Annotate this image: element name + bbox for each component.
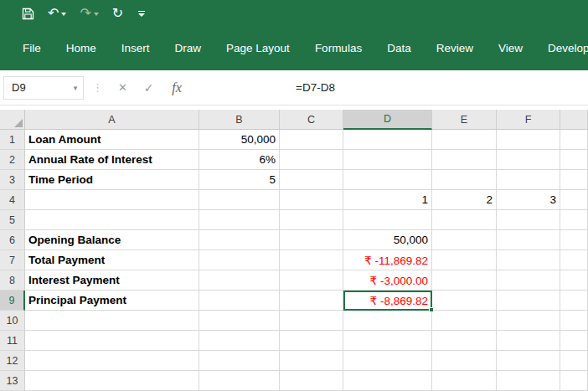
cell-C11[interactable]: [280, 331, 343, 351]
cell-F2[interactable]: [497, 150, 560, 170]
row-header-11[interactable]: 11: [0, 331, 25, 351]
cell-D8[interactable]: ₹ -3,000.00: [343, 270, 432, 291]
row-header-3[interactable]: 3: [0, 170, 25, 190]
cell-B8[interactable]: [199, 270, 280, 291]
cell-B6[interactable]: [199, 230, 280, 250]
cell-E11[interactable]: [432, 331, 497, 351]
row-header-1[interactable]: 1: [0, 130, 25, 150]
cell-F3[interactable]: [497, 170, 560, 190]
cell-D2[interactable]: [343, 150, 432, 170]
save-button[interactable]: [22, 8, 34, 20]
cell-E10[interactable]: [432, 311, 497, 331]
cell-B4[interactable]: [199, 190, 280, 210]
cell-C3[interactable]: [280, 170, 343, 190]
cell-F11[interactable]: [497, 331, 560, 351]
cell-B13[interactable]: [199, 371, 280, 391]
cell[interactable]: [560, 230, 588, 250]
cell[interactable]: [560, 311, 588, 331]
cell-D7[interactable]: ₹ -11,869.82: [343, 250, 432, 270]
cell-E12[interactable]: [432, 351, 497, 371]
column-header-partial[interactable]: [560, 110, 588, 130]
column-header-b[interactable]: B: [199, 110, 280, 130]
cell-E3[interactable]: [432, 170, 497, 190]
name-box-dropdown-icon[interactable]: ▾: [68, 84, 83, 92]
cell-A2[interactable]: Annual Rate of Interest: [25, 150, 199, 170]
column-header-a[interactable]: A: [25, 110, 199, 130]
cell-E5[interactable]: [432, 210, 497, 230]
fill-handle[interactable]: [429, 307, 434, 312]
tab-view[interactable]: View: [486, 27, 535, 70]
cell-A9[interactable]: Principal Payment: [25, 291, 199, 311]
cell-E13[interactable]: [432, 371, 497, 391]
cell[interactable]: [560, 270, 588, 291]
row-header-10[interactable]: 10: [0, 311, 25, 331]
row-header-4[interactable]: 4: [0, 190, 25, 210]
cell-B7[interactable]: [199, 250, 280, 270]
cell-C7[interactable]: [280, 250, 343, 270]
cell-A11[interactable]: [25, 331, 199, 351]
enter-icon[interactable]: ✓: [136, 81, 162, 95]
redo-dropdown-icon[interactable]: [94, 13, 99, 16]
row-header-9[interactable]: 9: [0, 291, 25, 311]
redo-button[interactable]: ↷: [80, 7, 98, 20]
tab-data[interactable]: Data: [374, 27, 424, 70]
name-box[interactable]: D9 ▾: [3, 76, 84, 100]
cell-A7[interactable]: Total Payment: [25, 250, 199, 270]
cell-D12[interactable]: [343, 351, 432, 371]
cell-D11[interactable]: [343, 331, 432, 351]
cell[interactable]: [560, 210, 588, 230]
cancel-icon[interactable]: ✕: [110, 81, 136, 94]
cell-F12[interactable]: [497, 351, 560, 371]
cell-E4[interactable]: 2: [432, 190, 497, 210]
row-header-13[interactable]: 13: [0, 371, 25, 391]
cell-C13[interactable]: [280, 371, 343, 391]
cell-F9[interactable]: [497, 291, 560, 311]
cell-F1[interactable]: [497, 130, 560, 150]
cell-B3[interactable]: 5: [199, 170, 280, 190]
row-header-12[interactable]: 12: [0, 351, 25, 371]
column-header-f[interactable]: F: [497, 110, 560, 130]
cell-A5[interactable]: [25, 210, 199, 230]
cell-D3[interactable]: [343, 170, 432, 190]
cell-C4[interactable]: [280, 190, 343, 210]
cell-C10[interactable]: [280, 311, 343, 331]
insert-function-icon[interactable]: fx: [162, 80, 192, 95]
row-header-7[interactable]: 7: [0, 250, 25, 270]
cell[interactable]: [560, 130, 588, 150]
cell-F10[interactable]: [497, 311, 560, 331]
cell[interactable]: [560, 291, 588, 311]
cell-D5[interactable]: [343, 210, 432, 230]
cell[interactable]: [560, 351, 588, 371]
cell-A6[interactable]: Opening Balance: [25, 230, 199, 250]
cell-E1[interactable]: [432, 130, 497, 150]
select-all-button[interactable]: [0, 110, 25, 130]
cell-D1[interactable]: [343, 130, 432, 150]
cell-B9[interactable]: [199, 291, 280, 311]
tab-review[interactable]: Review: [424, 27, 486, 70]
tab-insert[interactable]: Insert: [109, 27, 162, 70]
cell-E2[interactable]: [432, 150, 497, 170]
tab-developer[interactable]: Developer: [535, 27, 588, 70]
undo-button[interactable]: ↶: [48, 7, 66, 20]
cell-B12[interactable]: [199, 351, 280, 371]
cell-E7[interactable]: [432, 250, 497, 270]
cell-A13[interactable]: [25, 371, 199, 391]
tab-page-layout[interactable]: Page Layout: [214, 27, 302, 70]
cell-D10[interactable]: [343, 311, 432, 331]
cell-C12[interactable]: [280, 351, 343, 371]
row-header-8[interactable]: 8: [0, 270, 25, 291]
formula-input[interactable]: =D7-D8: [192, 81, 588, 94]
cell-F7[interactable]: [497, 250, 560, 270]
cell-D4[interactable]: 1: [343, 190, 432, 210]
cell-F5[interactable]: [497, 210, 560, 230]
cell-C2[interactable]: [280, 150, 343, 170]
cell-D6[interactable]: 50,000: [343, 230, 432, 250]
cell-A10[interactable]: [25, 311, 199, 331]
cell[interactable]: [560, 170, 588, 190]
cell-A4[interactable]: [25, 190, 199, 210]
undo-dropdown-icon[interactable]: [61, 13, 66, 16]
tab-home[interactable]: Home: [54, 27, 109, 70]
cell-C9[interactable]: [280, 291, 343, 311]
cell[interactable]: [560, 150, 588, 170]
cell-C1[interactable]: [280, 130, 343, 150]
